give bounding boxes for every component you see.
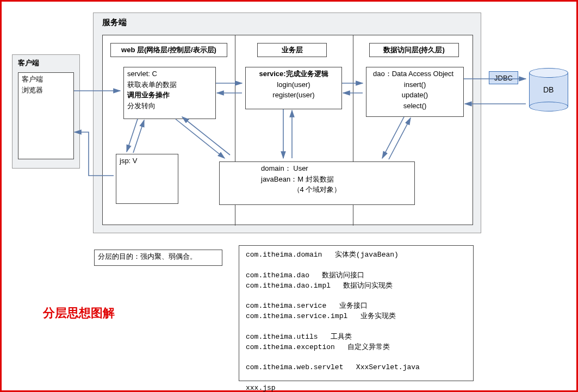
dao-l3: select() [370, 101, 460, 111]
servlet-l1: 获取表单的数据 [127, 79, 212, 90]
dao-l1: insert() [370, 79, 460, 90]
dao-box: dao：Data Access Object insert() update()… [366, 67, 464, 117]
server-title: 服务端 [102, 17, 127, 28]
server-container: 服务端 web 层(网络层/控制层/表示层) servlet: C 获取表单的数… [93, 13, 481, 233]
domain-box: domain： User javaBean：M 封装数据 （4 个域对象） [219, 161, 415, 205]
client-container: 客户端 客户端 浏览器 [12, 54, 80, 169]
purpose-box: 分层的目的：强内聚、弱偶合。 [94, 250, 222, 266]
server-inner: web 层(网络层/控制层/表示层) servlet: C 获取表单的数据 调用… [102, 35, 473, 225]
domain-l2: （4 个域对象） [223, 184, 411, 195]
domain-l1: javaBean：M 封装数据 [223, 174, 411, 185]
client-line-0: 客户端 [22, 74, 70, 85]
servlet-box: servlet: C 获取表单的数据 调用业务操作 分发转向 [123, 67, 216, 119]
client-inner: 客户端 浏览器 [18, 72, 74, 159]
jsp-box: jsp: V [116, 154, 178, 204]
service-l0: service:完成业务逻辑 [249, 69, 338, 79]
dao-layer-header: 数据访问层(持久层) [369, 43, 459, 57]
diagram-canvas: 客户端 客户端 浏览器 服务端 web 层(网络层/控制层/表示层) servl… [0, 0, 578, 392]
servlet-l0: servlet: C [127, 69, 212, 79]
service-layer-header: 业务层 [257, 43, 327, 57]
db-label: DB [543, 85, 554, 94]
service-l1: login(user) [249, 79, 338, 90]
servlet-l3: 分发转向 [127, 101, 212, 111]
service-box: service:完成业务逻辑 login(user) register(user… [245, 67, 342, 109]
jdbc-box: JDBC [489, 71, 518, 84]
dao-l2: update() [370, 90, 460, 101]
diagram-title: 分层思想图解 [43, 305, 115, 321]
client-line-1: 浏览器 [22, 85, 70, 96]
servlet-l2: 调用业务操作 [127, 90, 212, 101]
service-l2: register(user) [249, 90, 338, 101]
domain-l0: domain： User [223, 163, 411, 174]
packages-box: com.itheima.domain 实体类(javaBean) com.ith… [239, 245, 474, 381]
web-layer-header: web 层(网络层/控制层/表示层) [110, 43, 227, 57]
purpose-text: 分层的目的：强内聚、弱偶合。 [98, 252, 197, 260]
client-title: 客户端 [18, 58, 39, 68]
dao-l0: dao：Data Access Object [370, 69, 460, 79]
